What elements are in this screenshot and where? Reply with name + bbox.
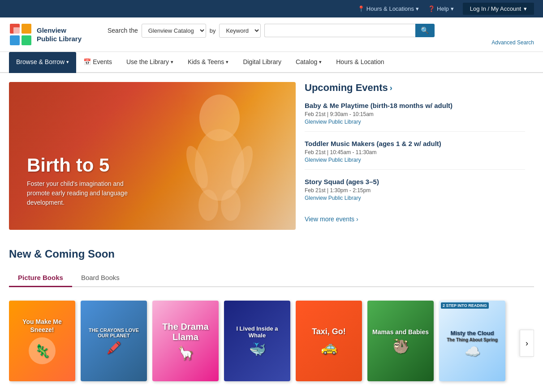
search-button[interactable]: 🔍 [415, 24, 435, 37]
carousel-next-button[interactable]: › [520, 330, 534, 357]
events-section-title: Upcoming Events › [305, 82, 525, 94]
keyword-select[interactable]: Keyword Title Author Subject [219, 24, 261, 38]
login-button[interactable]: Log In / My Account ▾ [463, 3, 534, 15]
book-item-3[interactable]: The Drama Llama 🦙 [152, 301, 219, 381]
hero-text-block: Birth to 5 Foster your child's imaginati… [27, 155, 143, 207]
top-bar: 📍 Hours & Locations ▾ ❓ Help ▾ Log In / … [0, 0, 543, 17]
event-3-name[interactable]: Story Squad (ages 3–5) [305, 178, 525, 185]
book-cover-2: THE CRAYONS LOVE OUR PLANET 🖍️ [81, 301, 147, 381]
baby-silhouette-icon [170, 91, 269, 221]
logo-area[interactable]: Glenview Public Library [9, 23, 99, 46]
catalog-select[interactable]: Glenview Catalog WorldCat Website [142, 24, 206, 38]
view-more-events-link[interactable]: View more events › [305, 215, 525, 223]
nav-events[interactable]: 📅 Events [76, 52, 119, 73]
book-tabs: Picture Books Board Books [9, 269, 534, 287]
header: Glenview Public Library Search the Glenv… [0, 17, 543, 52]
chevron-down-icon: ▾ [66, 59, 69, 65]
books-carousel-wrap: You Make Me Sneeze! 🦎 THE CRAYONS LOVE O… [9, 296, 534, 390]
chevron-down-icon: ▾ [171, 59, 173, 65]
new-coming-soon-section: New & Coming Soon Picture Books Board Bo… [0, 239, 543, 392]
nav-digital-library[interactable]: Digital Library [236, 52, 289, 73]
search-input[interactable] [264, 24, 415, 37]
chevron-down-icon: ▾ [416, 5, 419, 12]
tab-board-books[interactable]: Board Books [72, 269, 129, 287]
svg-point-9 [198, 190, 218, 221]
book-cover-5: Taxi, Go! 🚕 [296, 301, 362, 381]
nav-catalog[interactable]: Catalog ▾ [289, 52, 329, 73]
chevron-down-icon: ▾ [319, 59, 322, 65]
event-1-name[interactable]: Baby & Me Playtime (birth-18 months w/ a… [305, 102, 525, 109]
event-1-location[interactable]: Glenview Public Library [305, 119, 525, 125]
book-cover-4: I Lived Inside a Whale 🐳 [224, 301, 290, 381]
book-cover-6: Mamas and Babies 🦥 [367, 301, 434, 381]
main-nav: Browse & Borrow ▾ 📅 Events Use the Libra… [0, 52, 543, 73]
carousel-dots [9, 390, 534, 392]
book-item-4[interactable]: I Lived Inside a Whale 🐳 [224, 301, 290, 381]
svg-rect-1 [22, 24, 31, 34]
tab-picture-books[interactable]: Picture Books [9, 269, 72, 287]
book-cover-7: 2 STEP INTO READING Misty the Cloud The … [439, 301, 505, 381]
book-item-7[interactable]: 2 STEP INTO READING Misty the Cloud The … [439, 301, 505, 381]
book-item-1[interactable]: You Make Me Sneeze! 🦎 [9, 301, 75, 381]
book-cover-3: The Drama Llama 🦙 [152, 301, 219, 381]
book-item-6[interactable]: Mamas and Babies 🦥 [367, 301, 434, 381]
nav-use-library[interactable]: Use the Library ▾ [119, 52, 181, 73]
hero-image: Birth to 5 Foster your child's imaginati… [9, 82, 296, 230]
event-item-2: Toddler Music Makers (ages 1 & 2 w/ adul… [305, 140, 525, 170]
book-item-2[interactable]: THE CRAYONS LOVE OUR PLANET 🖍️ [81, 301, 147, 381]
search-input-wrap: 🔍 [264, 24, 435, 37]
location-icon: 📍 [358, 5, 365, 12]
svg-rect-4 [13, 27, 20, 34]
search-label: Search the [108, 27, 138, 34]
nav-browse-borrow[interactable]: Browse & Borrow ▾ [9, 52, 76, 73]
chevron-down-icon: ▾ [226, 59, 228, 65]
svg-rect-2 [10, 35, 20, 45]
logo-text: Glenview Public Library [37, 26, 82, 43]
hours-locations-link[interactable]: 📍 Hours & Locations ▾ [358, 5, 419, 12]
calendar-icon: 📅 [83, 58, 91, 65]
help-link[interactable]: ❓ Help ▾ [428, 5, 454, 12]
event-item-3: Story Squad (ages 3–5) Feb 21st | 1:30pm… [305, 178, 525, 207]
chevron-down-icon: ▾ [524, 5, 527, 12]
nav-kids-teens[interactable]: Kids & Teens ▾ [181, 52, 236, 73]
hero-subtitle: Foster your child's imagination and prom… [27, 179, 143, 207]
new-section-title: New & Coming Soon [9, 248, 534, 260]
chevron-down-icon: ▾ [451, 5, 454, 12]
hero-section: Birth to 5 Foster your child's imaginati… [0, 73, 543, 239]
event-item-1: Baby & Me Playtime (birth-18 months w/ a… [305, 102, 525, 132]
event-2-time: Feb 21st | 10:45am - 11:30am [305, 149, 525, 155]
by-label: by [210, 27, 216, 34]
books-carousel: You Make Me Sneeze! 🦎 THE CRAYONS LOVE O… [9, 296, 534, 390]
book-cover-1: You Make Me Sneeze! 🦎 [9, 301, 75, 381]
event-2-name[interactable]: Toddler Music Makers (ages 1 & 2 w/ adul… [305, 140, 525, 147]
event-1-time: Feb 21st | 9:30am - 10:15am [305, 111, 525, 117]
event-3-location[interactable]: Glenview Public Library [305, 195, 525, 201]
search-area: Search the Glenview Catalog WorldCat Web… [108, 24, 534, 46]
arrow-icon: › [390, 83, 392, 93]
event-3-time: Feb 21st | 1:30pm - 2:15pm [305, 187, 525, 194]
library-logo-icon [9, 23, 32, 46]
help-icon: ❓ [428, 5, 435, 12]
svg-rect-3 [22, 35, 31, 45]
hero-title: Birth to 5 [27, 155, 143, 176]
events-panel: Upcoming Events › Baby & Me Playtime (bi… [296, 82, 534, 223]
book-item-5[interactable]: Taxi, Go! 🚕 [296, 301, 362, 381]
svg-point-10 [221, 190, 241, 221]
event-2-location[interactable]: Glenview Public Library [305, 157, 525, 163]
advanced-search-link[interactable]: Advanced Search [108, 39, 534, 46]
nav-hours-location[interactable]: Hours & Location [329, 52, 391, 73]
